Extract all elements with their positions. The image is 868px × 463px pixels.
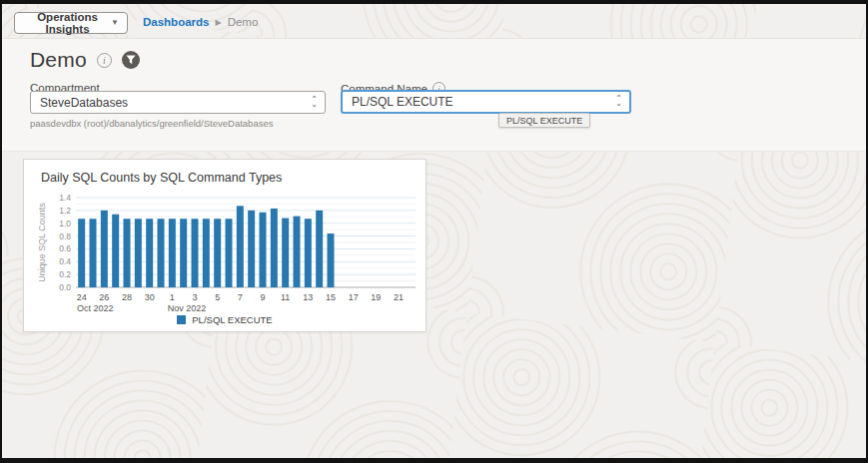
- svg-text:0.4: 0.4: [59, 256, 71, 266]
- chart-canvas: 0.00.20.40.60.81.01.21.42426283013579111…: [36, 190, 420, 325]
- svg-text:13: 13: [303, 292, 313, 302]
- command-name-value: PL/SQL EXECUTE: [352, 95, 453, 109]
- svg-text:1: 1: [170, 292, 175, 302]
- page-title: Demo: [30, 48, 87, 72]
- svg-text:0.2: 0.2: [59, 269, 71, 279]
- svg-text:9: 9: [260, 292, 265, 302]
- breadcrumb-link-dashboards[interactable]: Dashboards: [143, 16, 209, 28]
- svg-text:21: 21: [394, 292, 404, 302]
- legend-label: PL/SQL EXECUTE: [192, 314, 272, 325]
- compartment-hint: paasdevdbx (root)/dbanalytics/greenfield…: [30, 118, 273, 129]
- page-title-row: Demo i: [30, 48, 140, 72]
- svg-text:1.2: 1.2: [59, 206, 71, 216]
- svg-text:0.8: 0.8: [59, 232, 71, 241]
- svg-text:7: 7: [238, 292, 243, 302]
- page-info-icon[interactable]: i: [97, 53, 112, 68]
- svg-text:1.0: 1.0: [59, 219, 71, 229]
- window-frame: Operations Insights ▼ Dashboards ▶ Demo …: [0, 0, 868, 463]
- chevron-down-icon: ▼: [111, 19, 119, 27]
- select-stepper-icon: ⌃⌄: [615, 97, 622, 107]
- svg-text:Oct 2022: Oct 2022: [77, 303, 114, 313]
- svg-text:24: 24: [77, 292, 87, 302]
- select-stepper-icon: ⌃⌄: [311, 98, 318, 108]
- chart-card: Daily SQL Counts by SQL Command Types 0.…: [23, 159, 427, 332]
- svg-text:1.4: 1.4: [59, 193, 71, 203]
- chart-legend: PL/SQL EXECUTE: [24, 314, 426, 325]
- filter-funnel-icon[interactable]: [122, 51, 140, 69]
- breadcrumb: Dashboards ▶ Demo: [143, 16, 258, 28]
- svg-text:0.6: 0.6: [59, 243, 71, 253]
- legend-swatch: [177, 315, 186, 324]
- svg-text:15: 15: [326, 292, 336, 302]
- command-name-tooltip: PL/SQL EXECUTE: [498, 113, 590, 128]
- svg-text:Nov 2022: Nov 2022: [168, 303, 207, 313]
- chart-title: Daily SQL Counts by SQL Command Types: [41, 171, 282, 185]
- svg-text:26: 26: [99, 292, 109, 302]
- command-name-select[interactable]: PL/SQL EXECUTE ⌃⌄: [341, 90, 631, 114]
- breadcrumb-current: Demo: [228, 16, 259, 28]
- svg-text:Unique SQL Counts: Unique SQL Counts: [37, 203, 47, 282]
- compartment-value: SteveDatabases: [40, 96, 128, 110]
- svg-text:5: 5: [215, 292, 220, 302]
- app-screen: Operations Insights ▼ Dashboards ▶ Demo …: [2, 4, 866, 458]
- app-switcher-button[interactable]: Operations Insights ▼: [14, 12, 128, 34]
- top-bar: Operations Insights ▼ Dashboards ▶ Demo: [2, 4, 866, 38]
- compartment-select[interactable]: SteveDatabases ⌃⌄: [30, 91, 326, 114]
- svg-text:11: 11: [281, 292, 290, 302]
- app-switcher-label: Operations Insights: [24, 11, 111, 35]
- breadcrumb-separator-icon: ▶: [215, 18, 221, 27]
- svg-text:17: 17: [349, 292, 359, 302]
- svg-text:28: 28: [122, 292, 132, 302]
- svg-text:19: 19: [371, 292, 381, 302]
- filter-panel: Demo i Compartment SteveDatabases ⌃⌄ paa…: [2, 38, 866, 152]
- svg-text:3: 3: [192, 292, 197, 302]
- svg-text:0.0: 0.0: [59, 282, 71, 292]
- svg-text:30: 30: [145, 292, 155, 302]
